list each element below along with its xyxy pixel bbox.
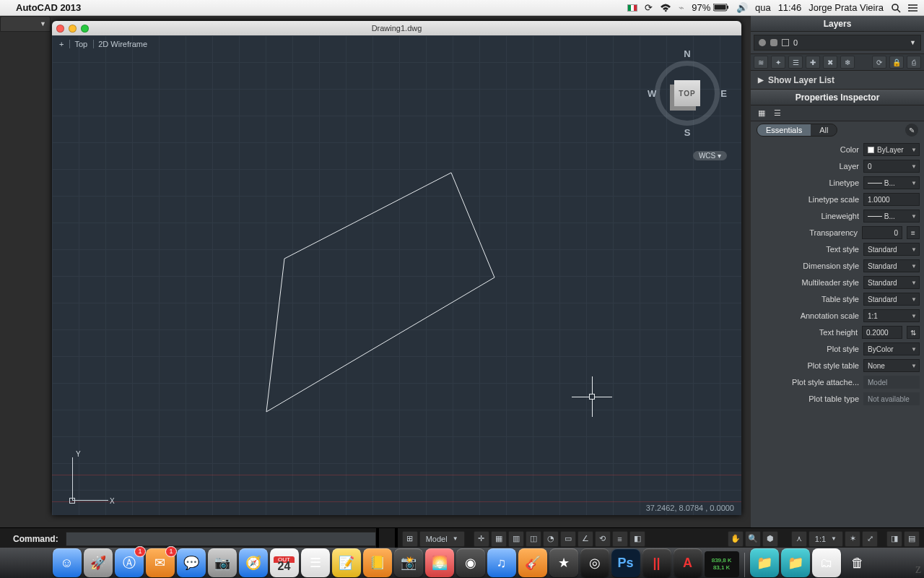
clock-time[interactable]: 11:46 — [778, 2, 802, 13]
close-icon[interactable] — [56, 25, 64, 33]
drawing-viewport[interactable]: + Top 2D Wireframe Y X N S — [52, 35, 741, 515]
layer-tool-icon[interactable]: ≋ — [754, 56, 768, 69]
prop-annotation-scale[interactable]: 1:1▼ — [863, 309, 920, 322]
viewcube[interactable]: N S W E TOP — [648, 50, 727, 137]
dock-safari[interactable]: 🧭 — [239, 548, 268, 577]
user-name[interactable]: Jorge Prata Vieira — [808, 2, 884, 13]
dock-photobooth[interactable]: 📸 — [394, 548, 423, 577]
dock-aperture[interactable]: ◉ — [456, 548, 485, 577]
dyn-icon[interactable]: ⟲ — [595, 531, 611, 547]
flag-icon[interactable] — [627, 4, 637, 12]
dock-trash[interactable]: 🗑 — [843, 548, 872, 577]
layer-tool-icon[interactable]: ☰ — [788, 56, 803, 69]
dock-appstore[interactable]: Ⓐ1 — [115, 548, 144, 577]
dock-calendar[interactable]: OUT24 — [270, 548, 299, 577]
minimize-icon[interactable] — [69, 25, 77, 33]
zoom-icon[interactable] — [81, 25, 89, 33]
dock-stack[interactable]: 🗂 — [812, 548, 841, 577]
dock-launchpad[interactable]: 🚀 — [84, 548, 113, 577]
prop-lineweight[interactable]: B...▼ — [863, 210, 920, 223]
prop-color[interactable]: ByLayer▼ — [863, 143, 920, 156]
list-mode-icon[interactable]: ☰ — [774, 108, 781, 118]
grid-icon[interactable]: ▦ — [491, 531, 507, 547]
model-space-button[interactable]: Model▼ — [419, 531, 465, 547]
layer-tool-icon[interactable]: ✦ — [771, 56, 785, 69]
dock-notes[interactable]: 📝 — [332, 548, 361, 577]
dock-folder[interactable]: 📁 — [750, 548, 779, 577]
window-titlebar[interactable]: Drawing1.dwg — [52, 21, 741, 35]
grid-mode-icon[interactable]: ▦ — [758, 108, 765, 118]
snap-icon[interactable]: ✛ — [474, 531, 489, 547]
layer-tool-icon[interactable]: ⎙ — [907, 56, 921, 69]
anno-auto-icon[interactable]: ⤢ — [862, 531, 878, 547]
command-input[interactable] — [66, 532, 376, 546]
ducs-icon[interactable]: ∠ — [578, 531, 593, 547]
prop-text-height[interactable]: 0.2000 — [862, 326, 902, 339]
prop-plot-style[interactable]: ByColor▼ — [863, 342, 920, 355]
zoom-tool-icon[interactable]: 🔍 — [745, 531, 761, 547]
clock-day[interactable]: qua — [755, 2, 771, 13]
dock-autocad[interactable]: A — [674, 548, 702, 577]
dock-facetime[interactable]: 📷 — [208, 548, 237, 577]
dock-folder[interactable]: 📁 — [781, 548, 810, 577]
dock-messages[interactable]: 💬 — [177, 548, 206, 577]
transparency-icon[interactable]: ◧ — [629, 531, 645, 547]
dock-mail[interactable]: ✉1 — [146, 548, 175, 577]
inspector-subtabs[interactable]: Essentials All — [757, 124, 837, 137]
layers-panel-title[interactable]: Layers — [751, 16, 924, 32]
prop-plot-style-table[interactable]: None▼ — [863, 359, 920, 372]
prop-linetype[interactable]: B...▼ — [863, 176, 920, 189]
prop-linetype-scale[interactable]: 1.0000 — [863, 193, 920, 206]
settings-icon[interactable]: ▤ — [904, 531, 920, 547]
current-layer-selector[interactable]: 0 ▼ — [754, 35, 921, 51]
dock-iphoto[interactable]: 🌅 — [425, 548, 454, 577]
prop-text-style[interactable]: Standard▼ — [863, 243, 920, 256]
otrack-icon[interactable]: ▭ — [560, 531, 576, 547]
osnap-icon[interactable]: ◔ — [543, 531, 559, 547]
annotation-scale-button[interactable]: 1:1▼ — [808, 531, 843, 547]
prop-transparency[interactable]: 0 — [862, 226, 902, 239]
battery-status[interactable]: 97% — [692, 2, 729, 13]
wifi-icon[interactable] — [660, 4, 671, 12]
layout-grid-icon[interactable]: ⊞ — [402, 531, 418, 547]
text-height-stepper-icon[interactable]: ⇅ — [907, 326, 920, 339]
viewcube-face[interactable]: TOP — [674, 80, 700, 106]
prop-table-style[interactable]: Standard▼ — [863, 293, 920, 306]
dock-reminders[interactable]: ☰ — [301, 548, 330, 577]
layer-tool-icon[interactable]: ⟳ — [872, 56, 886, 69]
prop-multileader-style[interactable]: Standard▼ — [863, 276, 920, 289]
dock-garageband[interactable]: 🎸 — [518, 548, 547, 577]
prop-layer[interactable]: 0▼ — [863, 160, 920, 173]
orbit-icon[interactable]: ⬢ — [762, 531, 778, 547]
layer-tool-icon[interactable]: ✖ — [823, 56, 837, 69]
edit-icon[interactable]: ✎ — [905, 124, 918, 137]
anno-vis-icon[interactable]: ✶ — [845, 531, 860, 547]
dock-network-monitor[interactable]: 839,8 K83,1 K — [705, 551, 739, 577]
app-name[interactable]: AutoCAD 2013 — [16, 2, 81, 13]
polar-icon[interactable]: ◫ — [526, 531, 541, 547]
ortho-icon[interactable]: ▥ — [508, 531, 524, 547]
pan-icon[interactable]: ✋ — [728, 531, 744, 547]
wcs-selector[interactable]: WCS ▾ — [693, 151, 727, 160]
ucs-icon[interactable]: Y X — [59, 450, 117, 508]
dock-finder[interactable]: ☺ — [53, 548, 82, 577]
dock-transmission[interactable]: || — [642, 548, 671, 577]
dock-camera[interactable]: ◎ — [580, 548, 609, 577]
lwt-icon[interactable]: ≡ — [612, 531, 628, 547]
tab-all[interactable]: All — [811, 124, 837, 136]
bluetooth-icon[interactable]: ⌁ — [679, 2, 684, 13]
transparency-picker-icon[interactable]: ≡ — [907, 226, 920, 239]
annotation-icon[interactable]: ⋏ — [791, 531, 807, 547]
collapsed-toolbar[interactable]: ▼ — [0, 16, 51, 32]
layer-tool-icon[interactable]: ❄ — [840, 56, 855, 69]
layer-tool-icon[interactable]: 🔒 — [889, 56, 904, 69]
prop-dim-style[interactable]: Standard▼ — [863, 259, 920, 272]
workspace-switch-icon[interactable]: ◨ — [886, 531, 902, 547]
show-layer-list-toggle[interactable]: ▶ Show Layer List — [751, 71, 924, 90]
inspector-panel-title[interactable]: Properties Inspector — [751, 90, 924, 105]
tab-essentials[interactable]: Essentials — [757, 124, 811, 136]
dock-photoshop[interactable]: Ps — [611, 548, 640, 577]
layer-tool-icon[interactable]: ✚ — [806, 56, 820, 69]
volume-icon[interactable]: 🔊 — [736, 2, 748, 13]
dock-itunes[interactable]: ♫ — [487, 548, 516, 577]
